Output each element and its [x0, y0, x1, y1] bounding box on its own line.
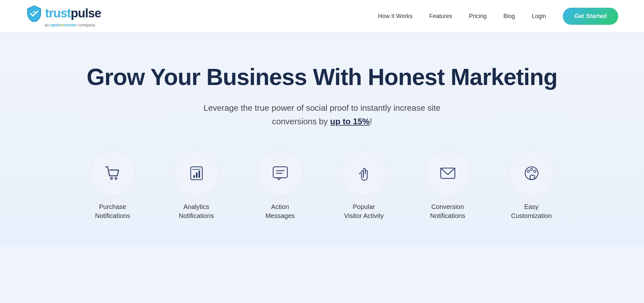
conversion-icon-circle: [425, 151, 470, 196]
site-header: trustpulse an optinmonster company How I…: [0, 0, 644, 32]
svg-point-1: [115, 177, 117, 179]
feature-analytics-label: AnalyticsNotifications: [179, 202, 214, 220]
svg-point-14: [533, 170, 536, 173]
svg-point-11: [525, 167, 538, 180]
svg-rect-3: [193, 175, 195, 178]
feature-action-label: ActionMessages: [265, 202, 295, 220]
popular-icon-circle: [341, 151, 387, 196]
action-icon-circle: [258, 151, 303, 196]
feature-action: ActionMessages: [248, 151, 312, 220]
hand-icon: [354, 164, 374, 183]
analytics-icon-circle: [174, 151, 219, 196]
svg-rect-4: [196, 173, 197, 178]
svg-point-0: [111, 177, 112, 179]
nav-pricing[interactable]: Pricing: [469, 13, 487, 20]
nav-blog[interactable]: Blog: [504, 13, 515, 20]
feature-purchase: PurchaseNotifications: [81, 151, 145, 220]
feature-analytics: AnalyticsNotifications: [164, 151, 229, 220]
nav-login[interactable]: Login: [532, 13, 546, 20]
hero-headline: Grow Your Business With Honest Marketing: [26, 64, 618, 90]
feature-purchase-label: PurchaseNotifications: [95, 202, 130, 220]
analytics-icon: [187, 164, 206, 183]
hero-subtext: Leverage the true power of social proof …: [193, 101, 451, 128]
nav-how-it-works[interactable]: How It Works: [378, 13, 413, 20]
feature-customization: EasyCustomization: [499, 151, 564, 220]
palette-icon: [522, 164, 541, 183]
nav-features[interactable]: Features: [429, 13, 452, 20]
features-row: PurchaseNotifications AnalyticsNotificat…: [26, 151, 618, 220]
svg-rect-5: [198, 171, 200, 178]
logo-text: trustpulse: [45, 6, 101, 20]
envelope-icon: [438, 164, 457, 183]
feature-conversion-label: ConversionNotifications: [430, 202, 465, 220]
purchase-icon-circle: [90, 151, 135, 196]
svg-point-12: [527, 170, 529, 173]
get-started-button[interactable]: Get Started: [563, 8, 618, 25]
feature-conversion: ConversionNotifications: [416, 151, 480, 220]
feature-popular: PopularVisitor Activity: [332, 151, 396, 220]
shield-icon: [26, 5, 43, 22]
hero-section: Grow Your Business With Honest Marketing…: [0, 32, 644, 246]
logo-tagline: an optinmonster company: [26, 23, 95, 27]
cart-icon: [103, 164, 122, 183]
svg-rect-7: [273, 167, 287, 178]
feature-customization-label: EasyCustomization: [511, 202, 552, 220]
main-nav: How It Works Features Pricing Blog Login…: [378, 8, 618, 25]
customization-icon-circle: [509, 151, 554, 196]
message-icon: [271, 164, 290, 183]
logo: trustpulse an optinmonster company: [26, 5, 101, 27]
feature-popular-label: PopularVisitor Activity: [344, 202, 384, 220]
svg-point-13: [530, 168, 533, 171]
